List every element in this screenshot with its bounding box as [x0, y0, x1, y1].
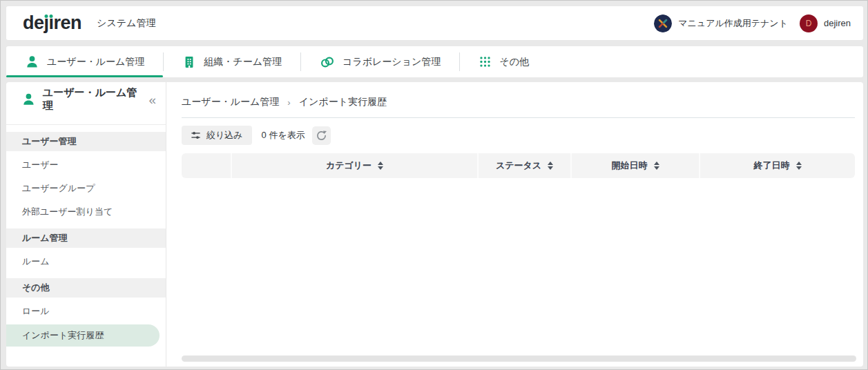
grid-icon — [479, 55, 492, 68]
sort-icon[interactable] — [796, 162, 802, 170]
rings-icon — [320, 55, 335, 70]
table-body-empty — [182, 178, 855, 367]
divider — [6, 124, 166, 125]
collapse-sidebar-icon[interactable]: « — [148, 93, 156, 106]
sidebar-title: ユーザー・ルーム管理 — [43, 86, 142, 113]
horizontal-scrollbar[interactable] — [182, 356, 856, 362]
app-title: システム管理 — [97, 17, 155, 30]
tab-others[interactable]: その他 — [460, 46, 548, 77]
tenant-badge-icon[interactable] — [654, 14, 672, 32]
table-header-start-datetime[interactable]: 開始日時 — [572, 153, 700, 178]
user-name[interactable]: dejiren — [824, 18, 851, 28]
main-content: ユーザー・ルーム管理 › インポート実行履歴 絞り込み 0 件を表示 — [166, 82, 863, 367]
sidebar-section-others: その他 — [6, 278, 166, 298]
user-icon — [25, 55, 39, 69]
refresh-icon — [316, 130, 327, 142]
tab-collaboration-management[interactable]: コラボレーション管理 — [301, 46, 459, 77]
refresh-button[interactable] — [312, 126, 331, 145]
tenant-name: マニュアル作成用テナント — [678, 17, 788, 30]
app-window: deȷıren システム管理 マニュアル作成用テナント D dejiren ユー… — [0, 0, 868, 370]
result-count: 0 件を表示 — [262, 129, 305, 142]
sort-icon[interactable] — [654, 162, 659, 170]
sidebar-section-room-management: ルーム管理 — [6, 228, 166, 248]
sidebar: ユーザー・ルーム管理 « ユーザー管理 ユーザー ユーザーグループ 外部ユーザー… — [6, 82, 166, 367]
sidebar-item-user-groups[interactable]: ユーザーグループ — [6, 178, 166, 198]
column-label: ステータス — [496, 159, 541, 172]
header-right: マニュアル作成用テナント D dejiren — [654, 14, 851, 32]
divider — [182, 117, 855, 118]
app-header: deȷıren システム管理 マニュアル作成用テナント D dejiren — [6, 6, 863, 40]
sidebar-section-user-management: ユーザー管理 — [6, 132, 166, 151]
main-tabbar: ユーザー・ルーム管理 組織・チーム管理 コラボレーション管理 — [6, 46, 863, 77]
dejiren-logo: deȷıren — [23, 14, 81, 32]
user-avatar[interactable]: D — [800, 14, 818, 32]
toolbar: 絞り込み 0 件を表示 — [182, 126, 855, 145]
sidebar-header: ユーザー・ルーム管理 « — [6, 82, 166, 117]
sidebar-item-roles[interactable]: ロール — [6, 301, 166, 321]
column-label: 開始日時 — [612, 159, 648, 172]
table-header-end-datetime[interactable]: 終了日時 — [700, 153, 855, 178]
breadcrumb-import-history: インポート実行履歴 — [299, 96, 387, 108]
tab-org-team-management[interactable]: 組織・チーム管理 — [164, 46, 300, 77]
tab-user-room-management[interactable]: ユーザー・ルーム管理 — [6, 46, 163, 77]
sort-icon[interactable] — [378, 162, 383, 170]
breadcrumb-user-room-management[interactable]: ユーザー・ルーム管理 — [182, 96, 279, 108]
breadcrumb: ユーザー・ルーム管理 › インポート実行履歴 — [182, 96, 855, 108]
tab-label: その他 — [499, 56, 529, 68]
tab-label: ユーザー・ルーム管理 — [47, 56, 144, 68]
column-label: 終了日時 — [754, 159, 790, 172]
body-panel: ユーザー・ルーム管理 « ユーザー管理 ユーザー ユーザーグループ 外部ユーザー… — [6, 82, 863, 367]
filter-button-label: 絞り込み — [206, 129, 243, 142]
table-header-category[interactable]: カテゴリー — [232, 153, 479, 178]
sliders-icon — [191, 130, 201, 140]
sort-icon[interactable] — [548, 162, 553, 170]
sidebar-item-import-history[interactable]: インポート実行履歴 — [6, 324, 160, 347]
tab-label: 組織・チーム管理 — [204, 56, 282, 68]
user-icon — [21, 92, 36, 107]
filter-button[interactable]: 絞り込み — [182, 126, 252, 145]
chevron-right-icon: › — [287, 97, 290, 108]
table-header-spacer — [182, 153, 232, 178]
building-icon — [182, 55, 196, 69]
table-header-row: カテゴリー ステータス 開始日時 終了日時 — [182, 153, 855, 178]
sidebar-item-users[interactable]: ユーザー — [6, 155, 166, 175]
sidebar-item-rooms[interactable]: ルーム — [6, 251, 166, 271]
tab-label: コラボレーション管理 — [343, 56, 441, 68]
column-label: カテゴリー — [326, 159, 372, 172]
sidebar-item-external-user-assignment[interactable]: 外部ユーザー割り当て — [6, 202, 166, 222]
table-header-status[interactable]: ステータス — [479, 153, 572, 178]
